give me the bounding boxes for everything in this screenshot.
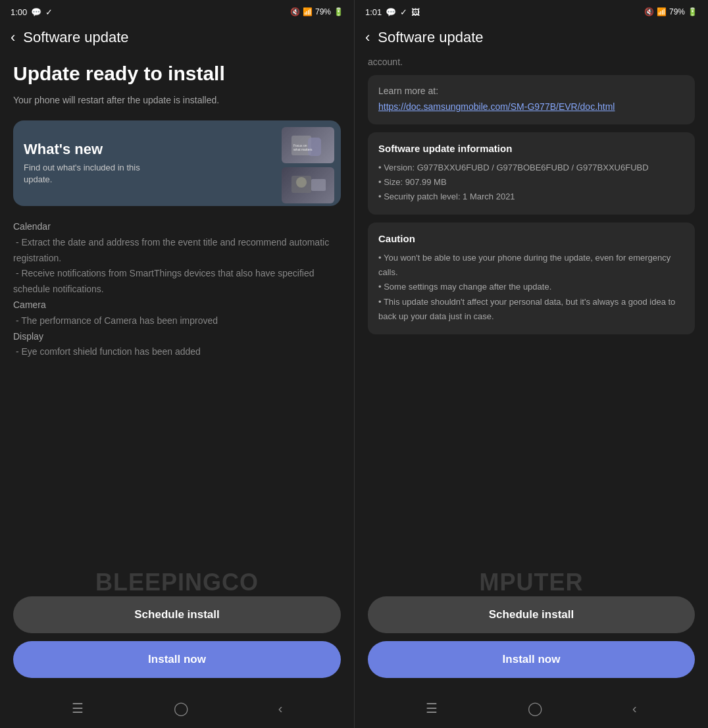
update-info-patch: • Security patch level: 1 March 2021 — [378, 190, 684, 204]
whats-new-desc: Find out what's included in this update. — [24, 162, 155, 186]
wifi-icon: 📶 — [303, 7, 313, 16]
screen-title-right: Software update — [378, 29, 483, 46]
learn-more-url[interactable]: https://doc.samsungmobile.com/SM-G977B/E… — [378, 100, 684, 114]
battery-left: 79% — [315, 7, 331, 16]
back-button-left[interactable]: ‹ — [11, 29, 15, 46]
whatsapp-icon-r: 💬 — [386, 7, 396, 17]
svg-text:what matters: what matters — [293, 147, 313, 151]
back-nav-icon-left[interactable]: ‹ — [278, 701, 283, 716]
time-left: 1:00 — [11, 7, 27, 17]
changelog-display-title: Display — [13, 331, 43, 342]
install-now-button-right[interactable]: Install now — [368, 641, 695, 678]
whats-new-card[interactable]: What's new Find out what's included in t… — [13, 120, 341, 206]
mockup-image-1: Focus on what matters — [282, 127, 334, 163]
whats-new-title: What's new — [24, 141, 155, 158]
right-screen: 1:01 💬 ✓ 🖼 🔇 📶 79% 🔋 ‹ Software update a… — [354, 0, 708, 728]
mute-icon: 🔇 — [290, 7, 300, 16]
gallery-icon-r: 🖼 — [411, 7, 420, 17]
wifi-icon-r: 📶 — [657, 7, 667, 16]
whatsapp-icon: 💬 — [31, 7, 41, 17]
update-subtext: Your phone will restart after the update… — [13, 93, 341, 107]
whats-new-images: Focus on what matters — [282, 127, 334, 203]
time-right: 1:01 — [365, 7, 382, 17]
battery-icon-left: 🔋 — [334, 7, 343, 16]
nav-bar-left: ☰ ◯ ‹ — [0, 691, 354, 728]
top-bar-left: ‹ Software update — [0, 21, 354, 54]
status-bar-right: 1:01 💬 ✓ 🖼 🔇 📶 79% 🔋 — [355, 0, 708, 21]
top-bar-right: ‹ Software update — [355, 21, 708, 54]
update-info-title: Software update information — [378, 143, 684, 154]
nav-bar-right: ☰ ◯ ‹ — [355, 691, 708, 728]
back-nav-icon-right[interactable]: ‹ — [632, 701, 637, 716]
svg-rect-6 — [311, 179, 326, 191]
changelog: Calendar - Extract the date and address … — [13, 219, 341, 588]
svg-point-5 — [296, 177, 307, 188]
account-text: account. — [368, 54, 695, 67]
battery-right: 79% — [669, 7, 685, 16]
update-heading: Update ready to install — [13, 62, 341, 86]
mockup-image-2 — [282, 167, 334, 203]
screen-title-left: Software update — [23, 29, 128, 46]
content-right: account. Learn more at: https://doc.sams… — [355, 54, 708, 588]
check-icon-r: ✓ — [400, 7, 407, 17]
whats-new-text: What's new Find out what's included in t… — [24, 141, 155, 186]
recent-apps-icon-right[interactable]: ☰ — [426, 700, 438, 716]
learn-more-label: Learn more at: — [378, 86, 684, 96]
changelog-camera-1: - The performance of Camera has been imp… — [13, 315, 218, 326]
recent-apps-icon-left[interactable]: ☰ — [72, 700, 84, 716]
changelog-calendar-title: Calendar — [13, 221, 51, 232]
mute-icon-r: 🔇 — [644, 7, 654, 16]
caution-item-1: • You won't be able to use your phone du… — [378, 251, 684, 280]
changelog-calendar-1: - Extract the date and address from the … — [13, 237, 329, 263]
caution-title: Caution — [378, 233, 684, 244]
battery-icon-right: 🔋 — [688, 7, 697, 16]
changelog-display-1: - Eye comfort shield function has been a… — [13, 346, 201, 357]
changelog-calendar-2: - Receive notifications from SmartThings… — [13, 268, 315, 294]
home-icon-left[interactable]: ◯ — [174, 700, 188, 716]
buttons-left: Schedule install Install now — [0, 588, 354, 691]
update-info-version: • Version: G977BXXU6FUBD / G977BOBE6FUBD… — [378, 161, 684, 175]
caution-item-3: • This update shouldn't affect your pers… — [378, 295, 684, 324]
check-icon: ✓ — [45, 7, 53, 17]
changelog-camera-title: Camera — [13, 299, 46, 310]
caution-item-2: • Some settings may change after the upd… — [378, 280, 684, 294]
back-button-right[interactable]: ‹ — [365, 29, 370, 46]
install-now-button-left[interactable]: Install now — [13, 641, 341, 678]
buttons-right: Schedule install Install now — [355, 588, 708, 691]
left-screen: 1:00 💬 ✓ 🔇 📶 79% 🔋 ‹ Software update Upd… — [0, 0, 354, 728]
schedule-install-button-right[interactable]: Schedule install — [368, 596, 695, 633]
update-info-size: • Size: 907.99 MB — [378, 175, 684, 190]
home-icon-right[interactable]: ◯ — [528, 700, 542, 716]
learn-more-card: Learn more at: https://doc.samsungmobile… — [368, 75, 695, 124]
schedule-install-button-left[interactable]: Schedule install — [13, 596, 341, 633]
svg-rect-1 — [308, 138, 321, 156]
update-info-card: Software update information • Version: G… — [368, 132, 695, 215]
content-left: Update ready to install Your phone will … — [0, 54, 354, 588]
caution-card: Caution • You won't be able to use your … — [368, 222, 695, 334]
status-bar-left: 1:00 💬 ✓ 🔇 📶 79% 🔋 — [0, 0, 354, 21]
